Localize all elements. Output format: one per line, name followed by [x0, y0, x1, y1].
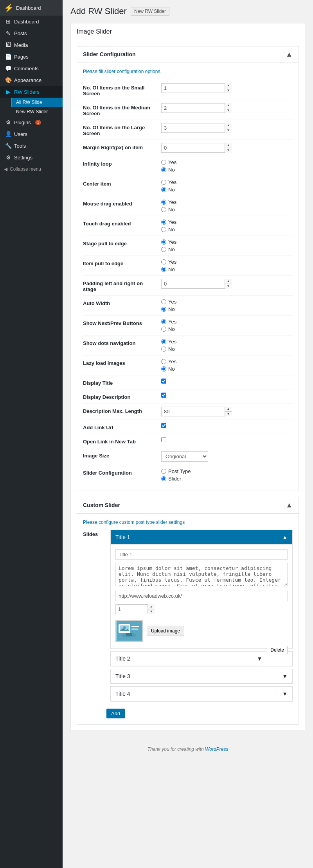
stage-pull-no-label[interactable]: No	[161, 246, 293, 252]
item-pull-yes-radio[interactable]	[161, 259, 166, 264]
touch-drag-yes-label[interactable]: Yes	[161, 219, 293, 225]
upload-image-button[interactable]: Upload image	[147, 626, 184, 636]
item-pull-no-radio[interactable]	[161, 267, 166, 272]
lazy-load-no-label[interactable]: No	[161, 366, 293, 372]
sidebar-item-pages[interactable]: 📄 Pages	[0, 51, 63, 63]
footer-wordpress-link[interactable]: WordPress	[205, 747, 228, 752]
small-screen-up[interactable]: ▲	[225, 83, 232, 88]
item-pull-no-label[interactable]: No	[161, 266, 293, 272]
infinity-loop-yes-label[interactable]: Yes	[161, 159, 293, 165]
mouse-drag-no-radio[interactable]	[161, 207, 166, 212]
mouse-drag-yes-radio[interactable]	[161, 200, 166, 205]
center-item-no-label[interactable]: No	[161, 187, 293, 193]
show-nav-no-radio[interactable]	[161, 327, 166, 332]
slide-1-link-input[interactable]	[115, 591, 288, 601]
center-item-yes-label[interactable]: Yes	[161, 179, 293, 185]
display-desc-checkbox-label[interactable]	[161, 393, 293, 398]
sidebar-logo[interactable]: ⚡ Dashboard	[0, 0, 63, 16]
new-rw-slider-button[interactable]: New RW Slider	[131, 7, 169, 16]
margin-right-input[interactable]	[161, 143, 232, 153]
add-slide-button[interactable]: Add	[106, 709, 125, 718]
slide-1-order-up[interactable]: ▲	[148, 604, 155, 609]
lazy-load-yes-label[interactable]: Yes	[161, 359, 293, 364]
padding-stage-up[interactable]: ▲	[225, 279, 232, 284]
small-screen-down[interactable]: ▼	[225, 88, 232, 93]
desc-max-down[interactable]: ▼	[225, 412, 232, 416]
open-tab-checkbox[interactable]	[161, 437, 166, 442]
slide-1-desc-textarea[interactable]: Lorem ipsum dolor sit amet, consectetur …	[115, 563, 288, 586]
infinity-loop-no-label[interactable]: No	[161, 167, 293, 173]
show-dots-yes-label[interactable]: Yes	[161, 339, 293, 345]
show-dots-no-label[interactable]: No	[161, 346, 293, 352]
display-title-checkbox-label[interactable]	[161, 379, 293, 384]
slider-config-slider-radio[interactable]	[161, 476, 166, 481]
lazy-load-yes-radio[interactable]	[161, 359, 166, 364]
sidebar-item-media[interactable]: 🖼 Media	[0, 39, 63, 51]
slider-config-post-type-radio[interactable]	[161, 469, 166, 474]
custom-slider-toggle[interactable]: ▲	[286, 501, 293, 509]
slide-1-order-down[interactable]: ▼	[148, 609, 155, 614]
large-screen-down[interactable]: ▼	[225, 128, 232, 133]
item-pull-yes-label[interactable]: Yes	[161, 259, 293, 265]
add-link-checkbox[interactable]	[161, 423, 166, 428]
sidebar-item-comments[interactable]: 💬 Comments	[0, 63, 63, 74]
show-dots-yes-radio[interactable]	[161, 339, 166, 344]
slide-1-title-input[interactable]	[115, 549, 288, 560]
lazy-load-no-radio[interactable]	[161, 366, 166, 371]
auto-width-no-radio[interactable]	[161, 307, 166, 312]
touch-drag-no-radio[interactable]	[161, 227, 166, 232]
medium-screen-input[interactable]	[161, 103, 232, 113]
margin-right-up[interactable]: ▲	[225, 143, 232, 148]
padding-stage-input[interactable]	[161, 279, 232, 289]
collapse-menu[interactable]: ◀ Collapse menu	[0, 163, 63, 175]
stage-pull-yes-label[interactable]: Yes	[161, 239, 293, 245]
show-nav-no-label[interactable]: No	[161, 326, 293, 332]
center-item-yes-radio[interactable]	[161, 180, 166, 185]
slider-config-toggle[interactable]: ▲	[286, 50, 293, 59]
auto-width-yes-label[interactable]: Yes	[161, 299, 293, 305]
display-desc-checkbox[interactable]	[161, 393, 166, 398]
mouse-drag-no-label[interactable]: No	[161, 207, 293, 213]
slide-3-header[interactable]: Title 3 ▼	[111, 669, 292, 684]
small-screen-input[interactable]	[161, 83, 232, 93]
show-nav-yes-radio[interactable]	[161, 319, 166, 324]
desc-max-up[interactable]: ▲	[225, 407, 232, 412]
sidebar-item-new-rw-slider[interactable]: New RW Slider	[11, 107, 63, 116]
sidebar-item-dashboard[interactable]: ⊞ Dashboard	[0, 16, 63, 27]
open-tab-checkbox-label[interactable]	[161, 437, 293, 442]
sidebar-item-tools[interactable]: 🔧 Tools	[0, 140, 63, 152]
margin-right-down[interactable]: ▼	[225, 148, 232, 153]
stage-pull-yes-radio[interactable]	[161, 239, 166, 245]
display-title-checkbox[interactable]	[161, 379, 166, 384]
auto-width-yes-radio[interactable]	[161, 299, 166, 304]
center-item-no-radio[interactable]	[161, 187, 166, 192]
sidebar-item-appearance[interactable]: 🎨 Appearance	[0, 74, 63, 86]
padding-stage-down[interactable]: ▼	[225, 284, 232, 289]
image-size-select[interactable]: Origional Thumbnail Medium Large Full	[161, 451, 208, 462]
slide-2-header[interactable]: Title 2 ▼	[111, 652, 267, 666]
slider-config-post-type-label[interactable]: Post Type	[161, 468, 293, 474]
auto-width-no-label[interactable]: No	[161, 306, 293, 312]
infinity-loop-no-radio[interactable]	[161, 167, 166, 172]
medium-screen-up[interactable]: ▲	[225, 103, 232, 108]
touch-drag-no-label[interactable]: No	[161, 227, 293, 232]
sidebar-item-posts[interactable]: ✎ Posts	[0, 27, 63, 39]
slide-4-header[interactable]: Title 4 ▼	[111, 687, 292, 701]
slider-config-slider-label[interactable]: Slider	[161, 476, 293, 482]
sidebar-item-rw-sliders[interactable]: ▶ RW Sliders	[0, 86, 63, 98]
sidebar-item-all-rw-slide[interactable]: All RW Slide	[11, 98, 63, 107]
show-dots-no-radio[interactable]	[161, 346, 166, 352]
sidebar-item-settings[interactable]: ⚙ Settings	[0, 152, 63, 163]
show-nav-yes-label[interactable]: Yes	[161, 319, 293, 325]
medium-screen-down[interactable]: ▼	[225, 108, 232, 113]
infinity-loop-yes-radio[interactable]	[161, 160, 166, 165]
mouse-drag-yes-label[interactable]: Yes	[161, 199, 293, 205]
slide-1-delete-button[interactable]: Delete	[267, 646, 288, 654]
touch-drag-yes-radio[interactable]	[161, 220, 166, 225]
desc-max-input[interactable]	[161, 407, 232, 416]
sidebar-item-users[interactable]: 👤 Users	[0, 128, 63, 140]
slide-1-header[interactable]: Title 1 ▲	[111, 530, 292, 545]
add-link-checkbox-label[interactable]	[161, 423, 293, 428]
stage-pull-no-radio[interactable]	[161, 247, 166, 252]
large-screen-up[interactable]: ▲	[225, 123, 232, 128]
